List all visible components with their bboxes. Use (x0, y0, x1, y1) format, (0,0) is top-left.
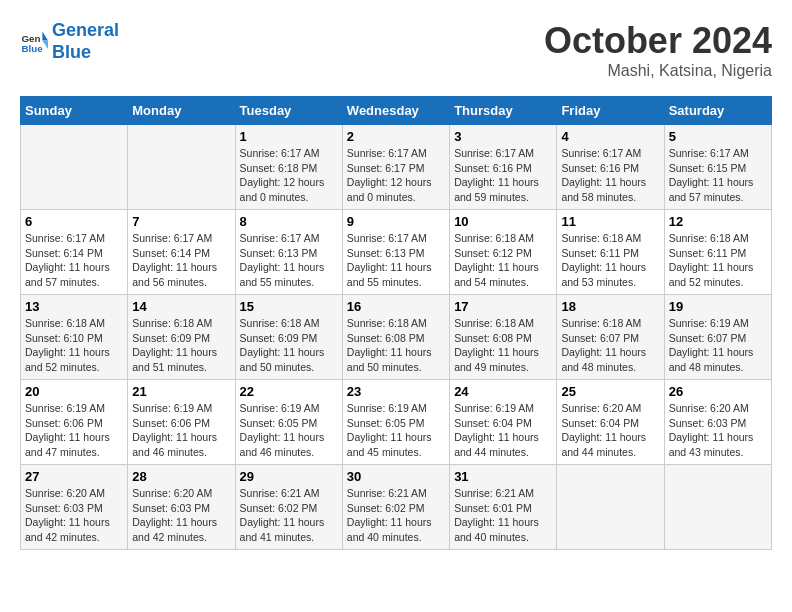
day-number: 8 (240, 214, 338, 229)
header-cell-friday: Friday (557, 97, 664, 125)
day-info: Sunrise: 6:17 AM Sunset: 6:13 PM Dayligh… (347, 231, 445, 290)
day-number: 18 (561, 299, 659, 314)
day-number: 9 (347, 214, 445, 229)
day-info: Sunrise: 6:21 AM Sunset: 6:02 PM Dayligh… (240, 486, 338, 545)
day-number: 26 (669, 384, 767, 399)
calendar-cell: 28Sunrise: 6:20 AM Sunset: 6:03 PM Dayli… (128, 465, 235, 550)
calendar-cell: 4Sunrise: 6:17 AM Sunset: 6:16 PM Daylig… (557, 125, 664, 210)
day-number: 31 (454, 469, 552, 484)
day-info: Sunrise: 6:20 AM Sunset: 6:04 PM Dayligh… (561, 401, 659, 460)
day-number: 1 (240, 129, 338, 144)
day-number: 16 (347, 299, 445, 314)
day-info: Sunrise: 6:17 AM Sunset: 6:14 PM Dayligh… (25, 231, 123, 290)
calendar-body: 1Sunrise: 6:17 AM Sunset: 6:18 PM Daylig… (21, 125, 772, 550)
day-info: Sunrise: 6:18 AM Sunset: 6:11 PM Dayligh… (669, 231, 767, 290)
day-info: Sunrise: 6:19 AM Sunset: 6:06 PM Dayligh… (132, 401, 230, 460)
calendar-cell: 23Sunrise: 6:19 AM Sunset: 6:05 PM Dayli… (342, 380, 449, 465)
calendar-cell (664, 465, 771, 550)
day-info: Sunrise: 6:18 AM Sunset: 6:07 PM Dayligh… (561, 316, 659, 375)
day-info: Sunrise: 6:19 AM Sunset: 6:07 PM Dayligh… (669, 316, 767, 375)
calendar-cell (21, 125, 128, 210)
day-number: 5 (669, 129, 767, 144)
calendar-week-4: 20Sunrise: 6:19 AM Sunset: 6:06 PM Dayli… (21, 380, 772, 465)
calendar-header: SundayMondayTuesdayWednesdayThursdayFrid… (21, 97, 772, 125)
day-info: Sunrise: 6:17 AM Sunset: 6:17 PM Dayligh… (347, 146, 445, 205)
calendar-cell: 30Sunrise: 6:21 AM Sunset: 6:02 PM Dayli… (342, 465, 449, 550)
day-number: 30 (347, 469, 445, 484)
day-number: 25 (561, 384, 659, 399)
day-info: Sunrise: 6:18 AM Sunset: 6:10 PM Dayligh… (25, 316, 123, 375)
calendar-cell: 10Sunrise: 6:18 AM Sunset: 6:12 PM Dayli… (450, 210, 557, 295)
calendar-cell (557, 465, 664, 550)
calendar-cell: 25Sunrise: 6:20 AM Sunset: 6:04 PM Dayli… (557, 380, 664, 465)
day-info: Sunrise: 6:18 AM Sunset: 6:12 PM Dayligh… (454, 231, 552, 290)
calendar-cell: 21Sunrise: 6:19 AM Sunset: 6:06 PM Dayli… (128, 380, 235, 465)
calendar-week-2: 6Sunrise: 6:17 AM Sunset: 6:14 PM Daylig… (21, 210, 772, 295)
logo: Gen Blue GeneralBlue (20, 20, 119, 63)
day-info: Sunrise: 6:19 AM Sunset: 6:06 PM Dayligh… (25, 401, 123, 460)
location: Mashi, Katsina, Nigeria (544, 62, 772, 80)
calendar-cell: 1Sunrise: 6:17 AM Sunset: 6:18 PM Daylig… (235, 125, 342, 210)
header-row: SundayMondayTuesdayWednesdayThursdayFrid… (21, 97, 772, 125)
day-number: 24 (454, 384, 552, 399)
svg-text:Blue: Blue (21, 42, 43, 53)
day-number: 22 (240, 384, 338, 399)
day-number: 11 (561, 214, 659, 229)
day-info: Sunrise: 6:21 AM Sunset: 6:02 PM Dayligh… (347, 486, 445, 545)
day-number: 7 (132, 214, 230, 229)
logo-text: GeneralBlue (52, 20, 119, 63)
calendar-cell: 13Sunrise: 6:18 AM Sunset: 6:10 PM Dayli… (21, 295, 128, 380)
day-number: 13 (25, 299, 123, 314)
logo-icon: Gen Blue (20, 28, 48, 56)
calendar-cell: 20Sunrise: 6:19 AM Sunset: 6:06 PM Dayli… (21, 380, 128, 465)
day-info: Sunrise: 6:18 AM Sunset: 6:09 PM Dayligh… (240, 316, 338, 375)
day-info: Sunrise: 6:20 AM Sunset: 6:03 PM Dayligh… (25, 486, 123, 545)
day-number: 3 (454, 129, 552, 144)
calendar-cell: 8Sunrise: 6:17 AM Sunset: 6:13 PM Daylig… (235, 210, 342, 295)
header-cell-saturday: Saturday (664, 97, 771, 125)
day-number: 19 (669, 299, 767, 314)
day-number: 15 (240, 299, 338, 314)
calendar-cell: 26Sunrise: 6:20 AM Sunset: 6:03 PM Dayli… (664, 380, 771, 465)
page-header: Gen Blue GeneralBlue October 2024 Mashi,… (20, 20, 772, 80)
calendar-table: SundayMondayTuesdayWednesdayThursdayFrid… (20, 96, 772, 550)
day-number: 14 (132, 299, 230, 314)
day-info: Sunrise: 6:20 AM Sunset: 6:03 PM Dayligh… (132, 486, 230, 545)
calendar-cell: 22Sunrise: 6:19 AM Sunset: 6:05 PM Dayli… (235, 380, 342, 465)
calendar-week-3: 13Sunrise: 6:18 AM Sunset: 6:10 PM Dayli… (21, 295, 772, 380)
header-cell-wednesday: Wednesday (342, 97, 449, 125)
calendar-cell: 2Sunrise: 6:17 AM Sunset: 6:17 PM Daylig… (342, 125, 449, 210)
calendar-cell: 7Sunrise: 6:17 AM Sunset: 6:14 PM Daylig… (128, 210, 235, 295)
day-info: Sunrise: 6:18 AM Sunset: 6:08 PM Dayligh… (347, 316, 445, 375)
day-number: 2 (347, 129, 445, 144)
day-number: 29 (240, 469, 338, 484)
day-number: 27 (25, 469, 123, 484)
header-cell-sunday: Sunday (21, 97, 128, 125)
calendar-cell: 14Sunrise: 6:18 AM Sunset: 6:09 PM Dayli… (128, 295, 235, 380)
calendar-cell: 12Sunrise: 6:18 AM Sunset: 6:11 PM Dayli… (664, 210, 771, 295)
calendar-cell: 24Sunrise: 6:19 AM Sunset: 6:04 PM Dayli… (450, 380, 557, 465)
calendar-cell: 3Sunrise: 6:17 AM Sunset: 6:16 PM Daylig… (450, 125, 557, 210)
day-info: Sunrise: 6:17 AM Sunset: 6:14 PM Dayligh… (132, 231, 230, 290)
calendar-cell: 19Sunrise: 6:19 AM Sunset: 6:07 PM Dayli… (664, 295, 771, 380)
day-number: 23 (347, 384, 445, 399)
day-info: Sunrise: 6:17 AM Sunset: 6:13 PM Dayligh… (240, 231, 338, 290)
calendar-cell: 15Sunrise: 6:18 AM Sunset: 6:09 PM Dayli… (235, 295, 342, 380)
header-cell-thursday: Thursday (450, 97, 557, 125)
day-number: 21 (132, 384, 230, 399)
calendar-cell: 16Sunrise: 6:18 AM Sunset: 6:08 PM Dayli… (342, 295, 449, 380)
month-title: October 2024 (544, 20, 772, 62)
calendar-cell: 5Sunrise: 6:17 AM Sunset: 6:15 PM Daylig… (664, 125, 771, 210)
svg-marker-2 (42, 31, 48, 40)
day-info: Sunrise: 6:19 AM Sunset: 6:04 PM Dayligh… (454, 401, 552, 460)
calendar-cell: 11Sunrise: 6:18 AM Sunset: 6:11 PM Dayli… (557, 210, 664, 295)
calendar-cell: 27Sunrise: 6:20 AM Sunset: 6:03 PM Dayli… (21, 465, 128, 550)
calendar-week-5: 27Sunrise: 6:20 AM Sunset: 6:03 PM Dayli… (21, 465, 772, 550)
calendar-cell: 9Sunrise: 6:17 AM Sunset: 6:13 PM Daylig… (342, 210, 449, 295)
header-cell-monday: Monday (128, 97, 235, 125)
svg-marker-3 (42, 40, 48, 48)
day-info: Sunrise: 6:17 AM Sunset: 6:15 PM Dayligh… (669, 146, 767, 205)
calendar-week-1: 1Sunrise: 6:17 AM Sunset: 6:18 PM Daylig… (21, 125, 772, 210)
day-info: Sunrise: 6:18 AM Sunset: 6:09 PM Dayligh… (132, 316, 230, 375)
day-number: 4 (561, 129, 659, 144)
